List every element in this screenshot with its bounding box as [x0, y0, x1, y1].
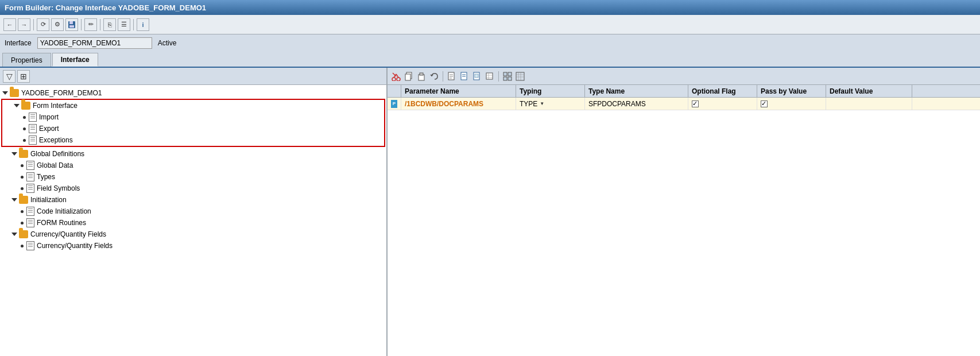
right-separator-1	[443, 71, 443, 82]
row-typing-value: TYPE	[520, 100, 537, 108]
tree-item-form-interface[interactable]: Form Interface	[2, 100, 384, 111]
expand-button[interactable]: ⊞	[17, 70, 30, 83]
doc-icon-form-routines	[26, 218, 34, 227]
doc1-button[interactable]	[446, 71, 458, 82]
doc-icon-export	[29, 124, 37, 133]
triangle-icon-initialization	[11, 198, 17, 202]
tree-item-global-definitions[interactable]: Global Definitions	[0, 148, 386, 160]
info-button[interactable]: i	[137, 18, 149, 31]
doc-icon-global-data	[26, 161, 34, 170]
header-param: Parameter Name	[401, 85, 516, 97]
table-row[interactable]: P /1BCDWB/DOCPARAMS TYPE ▼ SFPDOCPARAMS	[388, 98, 980, 110]
edit-button[interactable]: ✏	[84, 18, 97, 31]
interface-status: Active	[158, 39, 177, 47]
tree-item-root[interactable]: YADOBE_FORM_DEMO1	[0, 87, 386, 99]
list-button[interactable]: ☰	[118, 18, 130, 31]
interface-label: Interface	[5, 39, 32, 47]
separator-4	[133, 19, 134, 30]
tab-interface[interactable]: Interface	[52, 53, 98, 67]
tree-label-root: YADOBE_FORM_DEMO1	[21, 89, 102, 97]
folder-icon-initialization	[19, 196, 28, 204]
save-button[interactable]	[65, 18, 78, 31]
main-content: ▽ ⊞ YADOBE_FORM_DEMO1 Form Interface	[0, 68, 980, 356]
tree-label-form-interface: Form Interface	[33, 102, 78, 110]
doc-icon-code-init	[26, 207, 34, 216]
triangle-icon-root	[2, 91, 8, 95]
doc2-button[interactable]	[459, 71, 470, 82]
svg-rect-27	[508, 72, 512, 76]
interface-row: Interface Active	[0, 34, 980, 52]
passbyval-checkbox[interactable]	[761, 100, 768, 107]
svg-rect-29	[508, 77, 512, 80]
paste-button[interactable]	[416, 71, 427, 82]
highlighted-form-interface-section: Form Interface Import Export Exceptions	[1, 99, 385, 147]
bullet-code-init	[21, 210, 24, 213]
doc3-button[interactable]	[471, 71, 483, 82]
optional-checkbox[interactable]	[692, 100, 699, 107]
tree-label-field-symbols: Field Symbols	[37, 184, 80, 192]
triangle-icon-form-interface	[14, 104, 20, 107]
row-optional-cell[interactable]	[688, 98, 757, 110]
folder-icon-currency	[19, 230, 28, 238]
doc-icon-import	[29, 113, 37, 122]
interface-input[interactable]	[37, 37, 152, 49]
tree-item-export[interactable]: Export	[2, 123, 384, 134]
refresh-button[interactable]: ⟳	[37, 18, 49, 31]
tab-properties[interactable]: Properties	[2, 53, 51, 67]
svg-point-4	[397, 78, 400, 81]
tree-item-form-routines[interactable]: FORM Routines	[0, 217, 386, 229]
tree-item-import[interactable]: Import	[2, 111, 384, 123]
tree-item-currency-fields[interactable]: Currency/Quantity Fields	[0, 240, 386, 251]
tree-item-exceptions[interactable]: Exceptions	[2, 134, 384, 146]
svg-rect-26	[503, 72, 507, 76]
doc-icon-field-symbols	[26, 184, 34, 193]
tree-label-code-initialization: Code Initialization	[37, 207, 91, 215]
typing-dropdown-arrow[interactable]: ▼	[540, 101, 544, 106]
header-optional: Optional Flag	[688, 85, 757, 97]
row-passbyval-cell[interactable]	[757, 98, 826, 110]
settings-button[interactable]: ⚙	[51, 18, 64, 31]
folder-icon-form-interface	[21, 102, 30, 110]
separator-3	[100, 19, 100, 30]
tree-label-currency-fields: Currency/Quantity Fields	[37, 242, 113, 250]
row-param-value: /1BCDWB/DOCPARAMS	[405, 100, 483, 108]
tree-label-import: Import	[39, 113, 59, 121]
tree-item-code-initialization[interactable]: Code Initialization	[0, 206, 386, 217]
header-typename: Type Name	[585, 85, 688, 97]
grid2-button[interactable]	[514, 71, 526, 82]
row-typing-cell[interactable]: TYPE ▼	[516, 98, 585, 110]
tree-item-types[interactable]: Types	[0, 171, 386, 183]
row-default-cell	[826, 98, 912, 110]
doc-icon-types	[26, 172, 34, 181]
doc4-button[interactable]	[484, 71, 495, 82]
tree-label-form-routines: FORM Routines	[37, 219, 86, 227]
grid1-button[interactable]	[502, 71, 513, 82]
tree-item-field-symbols[interactable]: Field Symbols	[0, 183, 386, 194]
tree-label-types: Types	[37, 173, 55, 181]
triangle-icon-currency-folder	[11, 233, 17, 236]
filter-button[interactable]: ▽	[3, 70, 16, 83]
left-toolbar: ▽ ⊞	[0, 68, 386, 85]
copy-button[interactable]: ⎘	[103, 18, 116, 31]
header-passbyval: Pass by Value	[757, 85, 826, 97]
header-default: Default Value	[826, 85, 912, 97]
undo-button[interactable]	[428, 71, 440, 82]
tree-item-global-data[interactable]: Global Data	[0, 160, 386, 171]
back-button[interactable]: ←	[3, 18, 16, 31]
cut-button[interactable]	[390, 71, 402, 82]
tree-item-currency-folder[interactable]: Currency/Quantity Fields	[0, 229, 386, 240]
row-typename-cell: SFPDOCPARAMS	[585, 98, 688, 110]
row-param-cell: /1BCDWB/DOCPARAMS	[401, 98, 516, 110]
tree-item-initialization[interactable]: Initialization	[0, 194, 386, 206]
folder-icon-root	[10, 89, 19, 97]
tree-label-global-data: Global Data	[37, 161, 73, 169]
row-icon-cell: P	[388, 98, 401, 110]
right-panel: Parameter Name Typing Type Name Optional…	[388, 68, 980, 356]
svg-rect-9	[405, 74, 410, 80]
tree-area: YADOBE_FORM_DEMO1 Form Interface Import	[0, 85, 386, 356]
header-icon	[388, 85, 401, 97]
forward-button[interactable]: →	[18, 18, 30, 31]
bullet-exceptions	[23, 139, 26, 142]
bullet-export	[23, 127, 26, 130]
copy-right-button[interactable]	[403, 71, 415, 82]
